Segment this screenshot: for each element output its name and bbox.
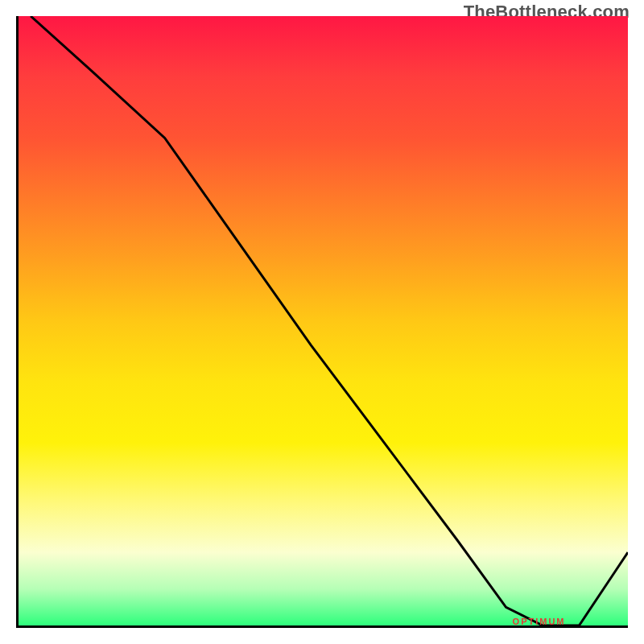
plot-area: OPTIMUM: [16, 16, 628, 628]
chart-container: TheBottleneck.com OPTIMUM: [0, 0, 644, 644]
curve-path: [31, 16, 628, 625]
bottleneck-curve: [19, 16, 628, 625]
optimum-marker: OPTIMUM: [513, 617, 566, 626]
